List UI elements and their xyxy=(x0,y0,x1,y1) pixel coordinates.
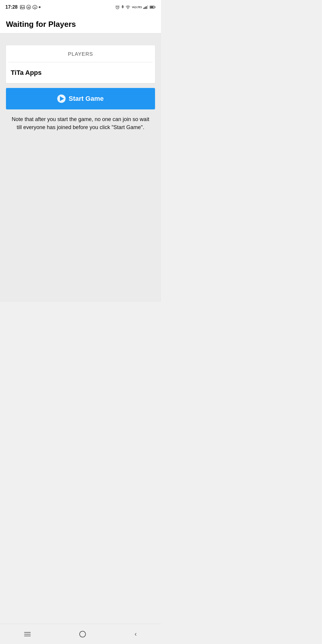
whatsapp-icon: W xyxy=(26,5,31,10)
player-name: TiTa Apps xyxy=(11,69,42,76)
app-bar: Waiting for Players xyxy=(0,14,161,33)
svg-rect-14 xyxy=(150,7,154,8)
start-game-button[interactable]: Start Game xyxy=(6,88,155,109)
svg-rect-0 xyxy=(20,5,24,9)
avast-icon: A xyxy=(32,5,37,10)
page-title: Waiting for Players xyxy=(6,20,76,29)
status-bar-right: Vo) LTE1 xyxy=(115,5,156,9)
alarm-icon xyxy=(115,5,120,9)
notification-dot xyxy=(39,6,41,8)
status-time: 17:28 xyxy=(5,4,18,10)
svg-text:A: A xyxy=(34,6,36,9)
players-card-header: PLAYERS xyxy=(6,45,155,62)
play-triangle xyxy=(60,96,64,101)
wifi-icon xyxy=(126,5,130,9)
status-bar-left: 17:28 W A xyxy=(5,4,41,10)
play-icon xyxy=(57,95,66,103)
lte-icon: Vo) LTE1 xyxy=(132,6,142,9)
main-content: PLAYERS TiTa Apps Start Game Note that a… xyxy=(0,33,161,302)
player-row: TiTa Apps xyxy=(6,62,155,83)
battery-icon xyxy=(150,5,156,9)
bluetooth-icon xyxy=(121,5,124,9)
note-text: Note that after you start the game, no o… xyxy=(6,115,155,131)
signal-icon xyxy=(143,5,148,9)
status-bar: 17:28 W A xyxy=(0,0,161,14)
svg-text:W: W xyxy=(27,6,30,9)
svg-rect-10 xyxy=(145,7,145,9)
players-card: PLAYERS TiTa Apps xyxy=(6,45,155,83)
svg-rect-9 xyxy=(143,8,144,9)
status-left-icons: W A xyxy=(20,5,41,10)
start-game-label: Start Game xyxy=(69,95,103,103)
svg-point-8 xyxy=(128,9,128,9)
svg-rect-12 xyxy=(147,5,148,9)
image-icon xyxy=(20,5,25,10)
players-section-title: PLAYERS xyxy=(68,51,93,57)
svg-rect-11 xyxy=(146,6,147,9)
